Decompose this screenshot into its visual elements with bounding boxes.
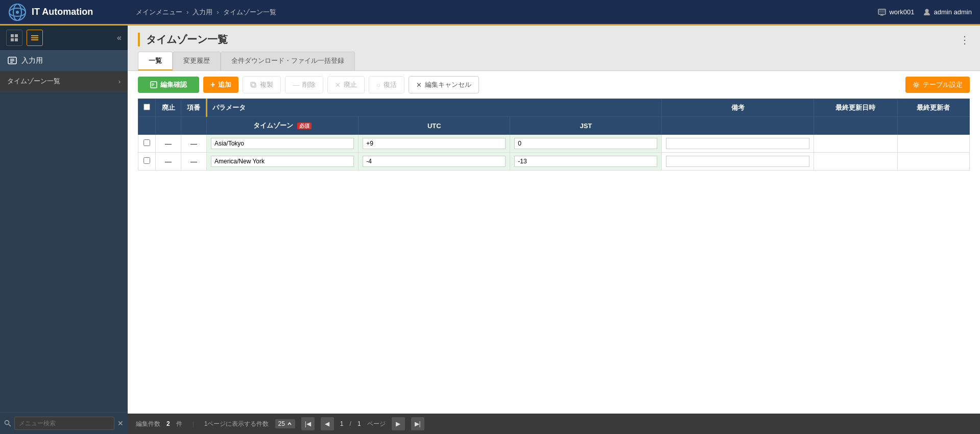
first-page-btn[interactable]: |◀ (301, 417, 315, 430)
row1-notes[interactable] (662, 135, 814, 153)
breadcrumb-arrow1: › (186, 8, 188, 16)
page-menu-btn[interactable]: ⋮ (960, 34, 970, 46)
sidebar-menu-section: 入力用 (0, 51, 128, 71)
user-icon (923, 8, 931, 16)
discard-label: 廃止 (344, 80, 357, 89)
add-btn[interactable]: + 追加 (203, 77, 238, 93)
svg-point-7 (925, 9, 928, 12)
svg-rect-12 (31, 35, 38, 36)
row2-select-checkbox[interactable] (144, 157, 150, 164)
row2-jst-input[interactable] (514, 156, 657, 167)
restore-btn[interactable]: ○ 復活 (369, 76, 404, 93)
row2-checkbox[interactable] (138, 153, 156, 171)
row1-jst-input[interactable] (514, 138, 657, 149)
delete-btn[interactable]: — 削除 (285, 76, 323, 93)
row2-last-updater (897, 153, 969, 171)
svg-point-3 (16, 11, 19, 14)
next-page-btn[interactable]: ▶ (392, 417, 405, 430)
col-checkbox (138, 99, 156, 117)
row2-number: — (181, 153, 207, 171)
prev-page-btn[interactable]: ◀ (321, 417, 334, 430)
confirm-label: 編集確認 (160, 80, 187, 89)
row2-utc[interactable] (358, 153, 510, 171)
col-last-updater-sub (897, 117, 969, 135)
confirm-btn[interactable]: 編集確認 (138, 77, 199, 93)
params-group-label: パラメータ (212, 104, 246, 111)
row1-utc[interactable] (358, 135, 510, 153)
last-page-btn[interactable]: ▶| (411, 417, 424, 430)
col-number-header: 項番 (181, 99, 207, 117)
tab-download[interactable]: 全件ダウンロード・ファイル一括登録 (221, 52, 355, 70)
content-area: タイムゾーン一覧 ⋮ 一覧 変更履歴 全件ダウンロード・ファイル一括登録 編集確… (128, 26, 980, 434)
select-all-checkbox[interactable] (144, 104, 150, 110)
row2-jst[interactable] (510, 153, 662, 171)
table-settings-btn[interactable]: テーブル設定 (905, 77, 970, 93)
sidebar-grid-btn[interactable] (6, 30, 22, 46)
row1-discard: — (156, 135, 181, 153)
per-page-selector[interactable]: 25 (275, 419, 295, 428)
row2-timezone[interactable] (207, 153, 358, 171)
sidebar-collapse-btn[interactable]: « (117, 33, 122, 42)
row1-jst[interactable] (510, 135, 662, 153)
row1-notes-input[interactable] (666, 138, 809, 149)
cancel-label: 編集キャンセル (425, 80, 471, 89)
tab-list[interactable]: 一覧 (138, 52, 173, 70)
page-current: 1 (340, 420, 344, 427)
chevron-right-icon: › (118, 78, 121, 85)
svg-rect-11 (15, 38, 18, 41)
discard-icon: ✕ (335, 81, 341, 89)
row2-timezone-input[interactable] (211, 156, 354, 167)
workspace-label: work001 (889, 8, 914, 16)
row2-utc-input[interactable] (363, 156, 506, 167)
row1-last-updater (897, 135, 969, 153)
page-title: タイムゾーン一覧 (138, 33, 228, 46)
main-layout: « 入力用 タイムゾーン一覧 › ✕ タイム (0, 26, 980, 434)
restore-label: 復活 (384, 80, 397, 89)
discard-btn[interactable]: ✕ 廃止 (327, 76, 365, 93)
row1-timezone-input[interactable] (211, 138, 354, 149)
cancel-btn[interactable]: ✕ 編集キャンセル (409, 76, 479, 93)
add-icon: + (210, 80, 215, 89)
col-last-updated-sub (814, 117, 897, 135)
user-label: admin admin (934, 8, 972, 16)
row2-notes-input[interactable] (666, 156, 809, 167)
svg-rect-9 (15, 34, 18, 37)
svg-rect-5 (878, 9, 886, 13)
breadcrumb: メインメニュー › 入力用 › タイムゾーン一覧 (136, 8, 878, 17)
col-jst-header: JST (510, 117, 662, 135)
row1-last-updated (814, 135, 897, 153)
workspace-info[interactable]: work001 (878, 8, 914, 16)
search-input[interactable] (14, 417, 114, 430)
col-notes-header: 備考 (662, 99, 814, 117)
sidebar-item-timezone[interactable]: タイムゾーン一覧 › (0, 71, 128, 91)
footer: 編集件数 2 件 | 1ページに表示する件数 25 |◀ ◀ 1 / 1 ページ… (128, 414, 980, 434)
workspace-icon (878, 8, 886, 16)
confirm-icon (150, 81, 157, 88)
copy-btn[interactable]: 複製 (243, 76, 281, 93)
breadcrumb-sub: 入力用 (193, 8, 212, 17)
tab-history[interactable]: 変更履歴 (173, 52, 221, 70)
row1-utc-input[interactable] (363, 138, 506, 149)
delete-label: 削除 (302, 80, 316, 89)
restore-icon: ○ (376, 81, 380, 89)
tab-bar: 一覧 変更履歴 全件ダウンロード・ファイル一括登録 (128, 46, 980, 70)
sidebar-menu-label: 入力用 (21, 56, 43, 65)
copy-label: 複製 (260, 80, 273, 89)
sidebar-list-btn[interactable] (27, 30, 43, 46)
sidebar-item-label: タイムゾーン一覧 (7, 77, 60, 86)
sidebar-search: ✕ (0, 412, 128, 434)
sidebar: « 入力用 タイムゾーン一覧 › ✕ (0, 26, 128, 434)
required-badge: 必須 (297, 123, 312, 129)
search-clear-btn[interactable]: ✕ (117, 419, 124, 427)
svg-rect-25 (252, 83, 256, 87)
per-page-value[interactable]: 25 (275, 419, 295, 428)
edit-count-value: 2 (166, 420, 170, 427)
row2-last-updated (814, 153, 897, 171)
row2-notes[interactable] (662, 153, 814, 171)
row2-discard: — (156, 153, 181, 171)
row1-checkbox[interactable] (138, 135, 156, 153)
user-info[interactable]: admin admin (923, 8, 972, 16)
table-area: 廃止 項番 パラメータ 備考 最終更新日時 最終更新者 (128, 99, 980, 414)
row1-timezone[interactable] (207, 135, 358, 153)
row1-select-checkbox[interactable] (144, 139, 150, 146)
